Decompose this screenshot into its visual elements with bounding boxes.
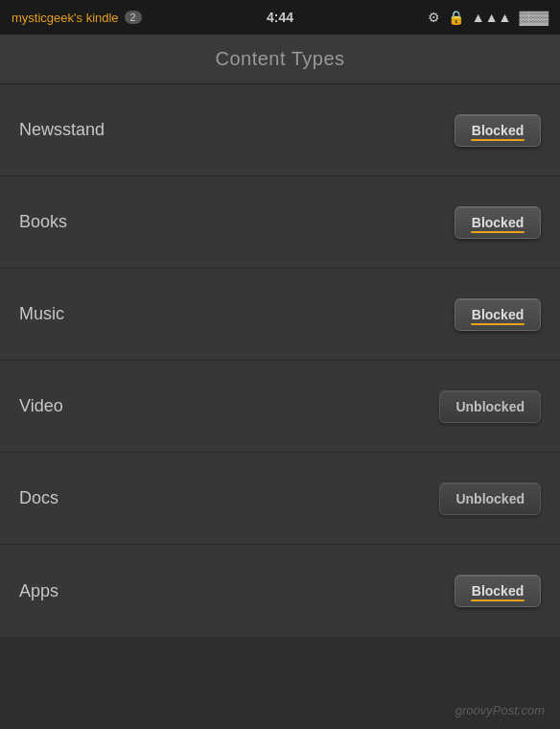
toggle-button-newsstand[interactable]: Blocked (455, 114, 541, 147)
list-item: BooksBlocked (0, 176, 560, 269)
item-label: Docs (19, 488, 58, 508)
status-bar-right: ⚙ 🔒 ▲▲▲ ▓▓▓ (428, 10, 548, 25)
toggle-button-apps[interactable]: Blocked (455, 575, 541, 607)
item-label: Books (19, 212, 67, 232)
list-item: NewsstandBlocked (0, 84, 560, 176)
battery-icon: ▓▓▓ (519, 10, 548, 25)
lock-icon: 🔒 (448, 10, 464, 25)
page-header: Content Types (0, 35, 560, 84)
status-bar: mysticgeek's kindle 2 4:44 ⚙ 🔒 ▲▲▲ ▓▓▓ (0, 0, 560, 35)
toggle-button-books[interactable]: Blocked (455, 206, 541, 239)
toggle-button-docs[interactable]: Unblocked (439, 482, 541, 515)
toggle-button-video[interactable]: Unblocked (439, 390, 541, 423)
watermark: groovyPost.com (455, 703, 545, 717)
toggle-button-music[interactable]: Blocked (455, 298, 541, 331)
status-time: 4:44 (267, 10, 293, 25)
item-label: Apps (19, 581, 58, 601)
content-list: NewsstandBlockedBooksBlockedMusicBlocked… (0, 84, 560, 637)
device-name: mysticgeek's kindle (12, 11, 119, 25)
page-title: Content Types (215, 48, 344, 70)
settings-icon: ⚙ (428, 10, 440, 25)
item-label: Newsstand (19, 120, 105, 140)
list-item: MusicBlocked (0, 269, 560, 361)
notification-badge: 2 (125, 11, 142, 24)
item-label: Video (19, 396, 63, 416)
status-bar-left: mysticgeek's kindle 2 (12, 11, 142, 25)
list-item: VideoUnblocked (0, 361, 560, 453)
wifi-icon: ▲▲▲ (472, 10, 512, 25)
item-label: Music (19, 304, 64, 324)
list-item: AppsBlocked (0, 545, 560, 637)
list-item: DocsUnblocked (0, 453, 560, 545)
